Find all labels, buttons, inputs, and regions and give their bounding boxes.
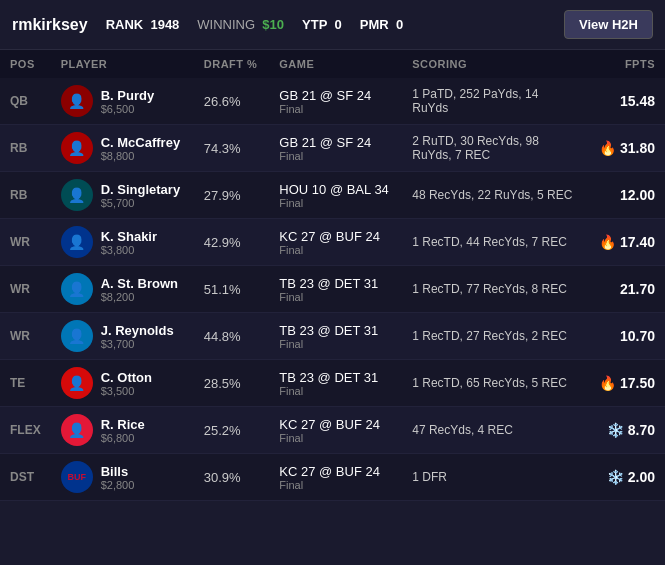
fpts-value: 17.50 [620,375,655,391]
player-name: R. Rice [101,417,145,432]
player-name: C. Otton [101,370,152,385]
fpts-cell: 🔥 31.80 [587,125,665,172]
player-salary: $3,800 [101,244,157,256]
game-status: Final [279,338,392,350]
avatar: 👤 [61,85,93,117]
col-player: PLAYER [51,50,194,78]
game-score: GB 21 @ SF 24 [279,88,392,103]
player-salary: $8,200 [101,291,178,303]
game-score: KC 27 @ BUF 24 [279,229,392,244]
ice-icon: ❄️ [607,469,624,485]
game-score: TB 23 @ DET 31 [279,370,392,385]
game-info: KC 27 @ BUF 24 Final [269,219,402,266]
player-salary: $8,800 [101,150,180,162]
ytp-stat: YTP 0 [302,17,342,32]
game-info: GB 21 @ SF 24 Final [269,125,402,172]
draft-percentage: 30.9% [194,454,270,501]
player-position: QB [0,78,51,125]
draft-percentage: 27.9% [194,172,270,219]
ytp-value: 0 [335,17,342,32]
scoring-stats: 1 DFR [402,454,587,501]
col-fpts: FPTS [587,50,665,78]
game-info: TB 23 @ DET 31 Final [269,313,402,360]
col-game: GAME [269,50,402,78]
player-cell: 👤 R. Rice $6,800 [51,407,194,454]
draft-percentage: 25.2% [194,407,270,454]
scoring-stats: 2 RuTD, 30 RecYds, 98 RuYds, 7 REC [402,125,587,172]
game-score: GB 21 @ SF 24 [279,135,392,150]
game-info: TB 23 @ DET 31 Final [269,360,402,407]
winning-value: $10 [262,17,284,32]
player-name: B. Purdy [101,88,154,103]
scoring-stats: 1 RecTD, 65 RecYds, 5 REC [402,360,587,407]
player-name: Bills [101,464,135,479]
player-salary: $5,700 [101,197,180,209]
scoring-stats: 1 RecTD, 27 RecYds, 2 REC [402,313,587,360]
ice-icon: ❄️ [607,422,624,438]
table-row: FLEX 👤 R. Rice $6,800 25.2% KC 27 @ BUF … [0,407,665,454]
player-cell: 👤 C. Otton $3,500 [51,360,194,407]
col-pos: POS [0,50,51,78]
avatar: 👤 [61,367,93,399]
fpts-cell: 15.48 [587,78,665,125]
fpts-value: 17.40 [620,234,655,250]
player-cell: 👤 A. St. Brown $8,200 [51,266,194,313]
draft-percentage: 44.8% [194,313,270,360]
avatar: 👤 [61,273,93,305]
player-cell: 👤 K. Shakir $3,800 [51,219,194,266]
fpts-cell: ❄️ 8.70 [587,407,665,454]
draft-percentage: 74.3% [194,125,270,172]
fpts-value: 12.00 [620,187,655,203]
col-scoring: SCORING [402,50,587,78]
game-status: Final [279,291,392,303]
game-score: HOU 10 @ BAL 34 [279,182,392,197]
player-salary: $6,800 [101,432,145,444]
fpts-cell: 10.70 [587,313,665,360]
fpts-cell: 12.00 [587,172,665,219]
game-status: Final [279,479,392,491]
username: rmkirksey [12,16,88,34]
fire-icon: 🔥 [599,140,616,156]
game-score: TB 23 @ DET 31 [279,276,392,291]
game-status: Final [279,197,392,209]
fpts-value: 21.70 [620,281,655,297]
fpts-cell: 🔥 17.40 [587,219,665,266]
avatar: BUF [61,461,93,493]
table-header-row: POS PLAYER DRAFT % GAME SCORING FPTS [0,50,665,78]
player-name: K. Shakir [101,229,157,244]
fire-icon: 🔥 [599,375,616,391]
fpts-value: 15.48 [620,93,655,109]
winning-label: WINNING [197,17,255,32]
game-status: Final [279,385,392,397]
fpts-value: 10.70 [620,328,655,344]
player-cell: BUF Bills $2,800 [51,454,194,501]
scoring-stats: 47 RecYds, 4 REC [402,407,587,454]
view-h2h-button[interactable]: View H2H [564,10,653,39]
game-score: KC 27 @ BUF 24 [279,417,392,432]
avatar: 👤 [61,132,93,164]
col-draft-pct: DRAFT % [194,50,270,78]
player-position: WR [0,266,51,313]
player-cell: 👤 J. Reynolds $3,700 [51,313,194,360]
game-status: Final [279,244,392,256]
table-row: TE 👤 C. Otton $3,500 28.5% TB 23 @ DET 3… [0,360,665,407]
fire-icon: 🔥 [599,234,616,250]
winning-stat: WINNING $10 [197,17,284,32]
player-position: WR [0,219,51,266]
lineup-table: POS PLAYER DRAFT % GAME SCORING FPTS QB … [0,50,665,501]
page-header: rmkirksey RANK 1948 WINNING $10 YTP 0 PM… [0,0,665,50]
draft-percentage: 26.6% [194,78,270,125]
avatar: 👤 [61,226,93,258]
rank-value: 1948 [150,17,179,32]
game-info: KC 27 @ BUF 24 Final [269,407,402,454]
table-row: QB 👤 B. Purdy $6,500 26.6% GB 21 @ SF 24… [0,78,665,125]
player-salary: $6,500 [101,103,154,115]
fpts-value: 31.80 [620,140,655,156]
table-row: WR 👤 J. Reynolds $3,700 44.8% TB 23 @ DE… [0,313,665,360]
player-cell: 👤 D. Singletary $5,700 [51,172,194,219]
table-row: DST BUF Bills $2,800 30.9% KC 27 @ BUF 2… [0,454,665,501]
scoring-stats: 48 RecYds, 22 RuYds, 5 REC [402,172,587,219]
game-score: KC 27 @ BUF 24 [279,464,392,479]
player-position: TE [0,360,51,407]
pmr-stat: PMR 0 [360,17,403,32]
